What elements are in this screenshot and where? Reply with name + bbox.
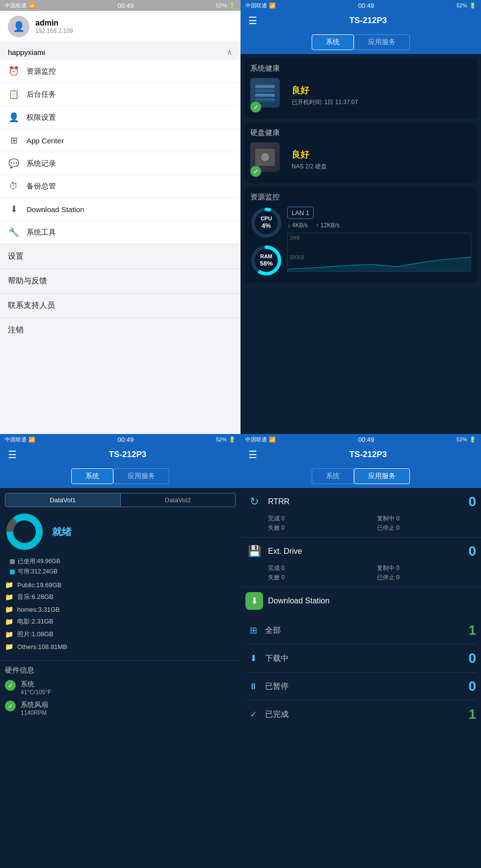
extdrive-name: Ext. Drive	[268, 547, 463, 556]
network-graph: 1MB 500KB	[287, 233, 471, 272]
hw-info-system: 系统 41°C/105°F	[21, 680, 51, 696]
support-item[interactable]: 联系支持人员	[0, 293, 240, 318]
rtrr-section: ↻ RTRR 0 完成 0 复制中 0 失败 0 已停止 0	[240, 488, 481, 538]
legend-used: 已使用:49.96GB	[10, 557, 236, 566]
menu-item-permissions[interactable]: 👤 权限设置	[0, 106, 240, 129]
ds-row-all: ⊞ 全部 1	[245, 617, 476, 645]
folder-list: 📁 Public:19.69GB 📁 音乐:6.28GB 📁 homes:3.3…	[5, 579, 236, 652]
menu-item-download[interactable]: ⬇ Download Station	[0, 198, 240, 221]
menu-header: 👤 admin 192.168.2.109	[0, 11, 240, 43]
battery-4: 52%	[456, 436, 467, 442]
time-2: 00:49	[358, 2, 374, 9]
nav-title-4: TS-212P3	[263, 450, 473, 460]
hamburger-icon-2[interactable]: ☰	[248, 15, 257, 27]
menu-item-appcenter[interactable]: ⊞ App Center	[0, 129, 240, 152]
up-speed: ↑ 12KB/s	[316, 222, 340, 229]
nas-slot-2	[255, 89, 275, 92]
tab-system-3[interactable]: 系统	[71, 468, 113, 484]
disk-status: 良好	[292, 149, 327, 161]
folder-label-music: 音乐:6.28GB	[17, 593, 53, 601]
nas-slot-1	[255, 85, 275, 88]
system-health-title: 系统健康	[250, 64, 471, 73]
rtrr-name: RTRR	[268, 497, 463, 506]
download-icon: ⬇	[8, 204, 20, 215]
extdrive-stopped: 已停止 0	[377, 573, 476, 582]
donut-svg	[5, 512, 44, 551]
battery-icon-2: 🔋	[469, 2, 476, 9]
tab-appservices-4[interactable]: 应用服务	[354, 468, 410, 484]
hw-name-system: 系统	[21, 680, 51, 689]
ds-row-downloading: ⬇ 下载中 0	[245, 645, 476, 673]
permissions-label: 权限设置	[27, 113, 56, 122]
graph-label-500kb: 500KB	[290, 255, 304, 260]
donut-chart	[5, 512, 44, 551]
hamburger-icon-3[interactable]: ☰	[8, 449, 17, 461]
menu-item-backup[interactable]: ⏱ 备份总管	[0, 175, 240, 198]
system-health-info: 良好 已开机时间: 1日 11:37:07	[292, 84, 358, 107]
syslog-label: 系统记录	[27, 159, 56, 168]
extdrive-failed: 失败 0	[268, 573, 367, 582]
folder-icon-photos: 📁	[5, 630, 13, 638]
menu-item-tools[interactable]: 🔧 系统工具	[0, 221, 240, 244]
status-right-2: 52% 🔋	[456, 2, 476, 9]
appcenter-label: App Center	[27, 136, 64, 145]
resource-icon: ⏰	[8, 66, 20, 77]
up-speed-value: 12KB/s	[321, 222, 340, 229]
legend-avail: 可用:312.24GB	[10, 568, 236, 576]
tab-appservices-3[interactable]: 应用服务	[113, 468, 169, 484]
rtrr-failed: 失败 0	[268, 524, 367, 532]
rtrr-complete: 完成 0	[268, 515, 367, 523]
folder-item-public: 📁 Public:19.69GB	[5, 579, 236, 591]
tab-appservices-2[interactable]: 应用服务	[354, 34, 410, 50]
nav-title-2: TS-212P3	[263, 16, 473, 26]
disk-info: NAS 2/2 硬盘	[292, 163, 327, 171]
folder-item-movies: 📁 电影:2.31GB	[5, 615, 236, 628]
folder-item-homes: 📁 homes:3.31GB	[5, 603, 236, 615]
panel-system: 中国联通 📶 00:49 52% 🔋 ☰ TS-212P3 系统 应用服务 系统…	[240, 0, 481, 434]
menu-item-syslog[interactable]: 💬 系统记录	[0, 152, 240, 175]
system-health-card: 系统健康 ✓ 良好 已开机时间: 1日 11:37:07	[244, 58, 477, 118]
tab-system-4[interactable]: 系统	[312, 468, 354, 484]
status-right-3: 52% 🔋	[216, 436, 236, 443]
extdrive-hdd-icon: 💾	[248, 545, 261, 558]
folder-icon-public: 📁	[5, 581, 13, 589]
help-item[interactable]: 帮助与反馈	[0, 269, 240, 293]
tab-system-2[interactable]: 系统	[312, 34, 354, 50]
chevron-up-icon: ∧	[227, 48, 233, 57]
menu-item-resource[interactable]: ⏰ 资源监控	[0, 60, 240, 83]
hw-item-system: ✓ 系统 41°C/105°F	[5, 680, 236, 696]
tab-bar-2: 系统 应用服务	[240, 30, 481, 54]
carrier-3: 中国联通	[5, 436, 27, 443]
ds-downloading-icon: ⬇	[245, 653, 261, 664]
settings-item[interactable]: 设置	[0, 244, 240, 269]
ram-ring: RAM 58%	[250, 244, 282, 276]
storage-main: 就绪 已使用:49.96GB 可用:312.24GB 📁 Public:19.6…	[0, 507, 240, 657]
hw-val-fan: 1140RPM	[21, 709, 48, 716]
down-speed-value: 4KB/s	[292, 222, 308, 229]
folder-icon-music: 📁	[5, 593, 13, 601]
resource-card: 资源监控 CPU 4%	[244, 187, 477, 282]
folder-item-others: 📁 Others:108.81MB	[5, 641, 236, 652]
rtrr-sync-icon: ↻	[250, 495, 259, 508]
rtrr-icon: ↻	[245, 493, 263, 511]
syslog-icon: 💬	[8, 158, 20, 169]
ds-completed-count: 1	[468, 706, 476, 722]
system-uptime: 已开机时间: 1日 11:37:07	[292, 98, 358, 107]
folder-label-photos: 照片:1.08GB	[17, 630, 53, 639]
volume-tabs: DataVol1 DataVol2	[5, 493, 236, 507]
time-3: 00:49	[118, 436, 134, 443]
hw-check-system: ✓	[5, 680, 16, 691]
extdrive-count: 0	[468, 543, 476, 559]
time-4: 00:49	[358, 436, 374, 443]
vol-tab-1[interactable]: DataVol1	[5, 493, 120, 507]
tab-bar-4: 系统 应用服务	[240, 464, 481, 488]
ds-completed-icon: ✓	[245, 709, 261, 720]
hardware-section: 硬件信息 ✓ 系统 41°C/105°F ✓ 系统风扇 1140RPM	[0, 660, 240, 726]
logout-item[interactable]: 注销	[0, 318, 240, 342]
menu-item-background[interactable]: 📋 后台任务	[0, 83, 240, 106]
hamburger-icon-4[interactable]: ☰	[248, 449, 257, 461]
system-health-row: ✓ 良好 已开机时间: 1日 11:37:07	[250, 78, 471, 112]
menu-section-header[interactable]: happyxiami ∧	[0, 43, 240, 60]
extdrive-stats: 完成 0 复制中 0 失败 0 已停止 0	[268, 564, 476, 582]
vol-tab-2[interactable]: DataVol2	[121, 493, 236, 507]
